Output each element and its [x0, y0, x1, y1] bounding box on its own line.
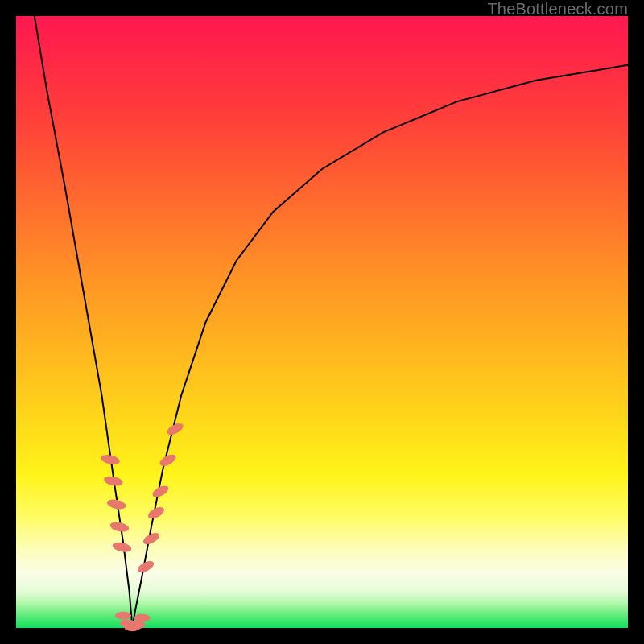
marker-point — [106, 498, 127, 511]
marker-point — [109, 521, 130, 534]
marker-point — [103, 475, 124, 488]
chart-frame: TheBottleneck.com — [0, 0, 644, 644]
watermark-label: TheBottleneck.com — [487, 0, 628, 19]
bottleneck-curve — [35, 16, 628, 628]
marker-point — [151, 483, 171, 499]
marker-point — [158, 452, 178, 469]
marker-point — [142, 530, 162, 547]
marker-point — [136, 559, 156, 575]
marker-point — [147, 505, 167, 521]
marker-point — [100, 453, 121, 466]
marker-point — [112, 541, 133, 554]
curve-svg — [16, 16, 628, 628]
sample-points-trough — [115, 612, 151, 631]
sample-points-right — [136, 421, 185, 575]
marker-point — [115, 612, 131, 620]
plot-area — [16, 16, 628, 628]
marker-point — [165, 421, 185, 437]
marker-point — [134, 614, 151, 622]
sample-points-left — [100, 453, 132, 553]
